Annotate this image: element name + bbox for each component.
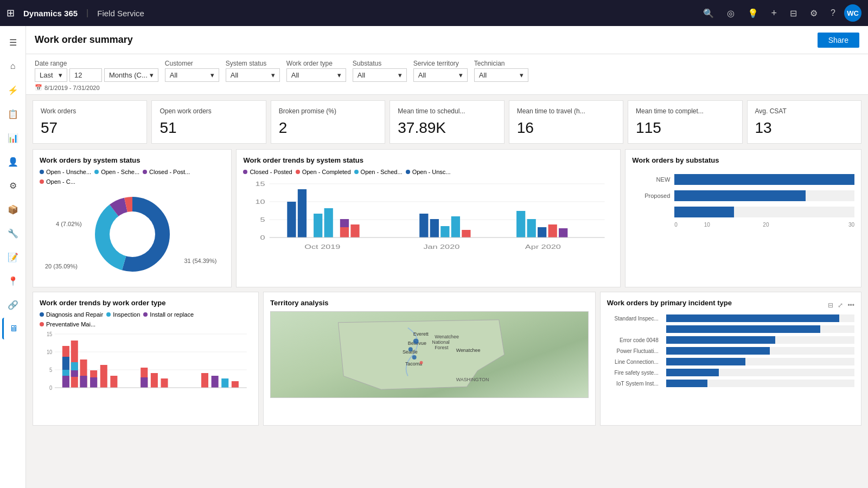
svg-rect-54 xyxy=(100,365,107,388)
svg-rect-18 xyxy=(340,219,349,227)
svg-rect-60 xyxy=(201,373,208,388)
kpi-value: 2 xyxy=(279,119,377,137)
svg-rect-14 xyxy=(298,189,307,237)
user-avatar[interactable]: WC xyxy=(844,4,861,22)
settings-icon[interactable]: ⚙ xyxy=(810,8,818,18)
more-action-icon[interactable]: ••• xyxy=(847,301,854,309)
kpi-card-4: Mean time to travel (h... 16 xyxy=(509,100,623,144)
kpi-label: Mean time to schedul... xyxy=(398,107,496,115)
svg-text:WASHINGTON: WASHINGTON xyxy=(456,377,489,382)
kpi-value: 13 xyxy=(755,119,853,137)
sidebar-item-contacts[interactable]: 👤 xyxy=(2,151,24,172)
substatus-label: Substatus xyxy=(353,60,407,67)
sidebar-item-workorders[interactable]: 📋 xyxy=(2,103,24,125)
add-icon[interactable]: + xyxy=(771,8,777,19)
svg-text:Jan 2020: Jan 2020 xyxy=(424,244,460,250)
substatus-bar-proposed: Proposed xyxy=(632,190,854,201)
filter-action-icon[interactable]: ⊟ xyxy=(828,301,833,309)
svg-rect-53 xyxy=(90,377,97,388)
svg-text:5: 5 xyxy=(49,367,52,373)
kpi-label: Mean time to complet... xyxy=(636,107,734,115)
kpi-value: 51 xyxy=(159,119,258,137)
svg-rect-44 xyxy=(62,376,69,388)
system-status-select[interactable]: All▾ xyxy=(226,68,280,82)
technician-select[interactable]: All▾ xyxy=(474,68,528,82)
sidebar-item-activities[interactable]: ⚡ xyxy=(2,79,24,101)
customer-select[interactable]: All▾ xyxy=(165,68,219,82)
date-range-preset-select[interactable]: Last ▾ xyxy=(35,68,67,82)
svg-rect-59 xyxy=(161,378,168,388)
kpi-value: 115 xyxy=(636,119,734,137)
svg-rect-30 xyxy=(548,224,557,237)
nav-divider: | xyxy=(86,8,88,18)
substatus-chart-card: Work orders by substatus NEW Proposed xyxy=(625,149,861,287)
apps-icon[interactable]: ⊞ xyxy=(7,7,15,19)
kpi-label: Open work orders xyxy=(159,107,258,115)
sidebar-item-active[interactable]: 🖥 xyxy=(2,318,24,339)
sidebar-item-inventory[interactable]: 📦 xyxy=(2,198,24,220)
svg-text:0: 0 xyxy=(49,385,52,391)
kpi-label: Broken promise (%) xyxy=(279,107,377,115)
kpi-card-5: Mean time to complet... 115 xyxy=(628,100,742,144)
svg-rect-23 xyxy=(441,226,450,237)
svg-rect-22 xyxy=(430,219,439,237)
svg-point-76 xyxy=(412,355,417,359)
donut-chart-card: Work orders by system status Open - Unsc… xyxy=(33,149,232,287)
svg-text:Tacoma: Tacoma xyxy=(405,361,422,367)
help-icon[interactable]: ? xyxy=(831,8,835,18)
sidebar-item-settings[interactable]: ⚙ xyxy=(2,175,24,196)
service-territory-label: Service territory xyxy=(413,60,468,67)
filters-bar: Date range Last ▾ 12 Months (C... ▾ xyxy=(26,54,868,95)
svg-text:15: 15 xyxy=(256,181,265,187)
kpi-value: 16 xyxy=(517,119,615,137)
svg-rect-15 xyxy=(314,214,322,237)
kpi-cards-row: Work orders 57 Open work orders 51 Broke… xyxy=(26,95,868,149)
incident-chart-actions: ⊟ ⤢ ••• xyxy=(828,301,854,309)
filter-icon[interactable]: ⊟ xyxy=(790,8,797,18)
svg-text:Forest: Forest xyxy=(435,345,449,350)
svg-text:Apr 2020: Apr 2020 xyxy=(525,244,561,250)
substatus-select[interactable]: All▾ xyxy=(353,68,407,82)
sidebar-item-location[interactable]: 📍 xyxy=(2,270,24,292)
svg-text:15: 15 xyxy=(47,331,52,337)
sidebar-item-home[interactable]: ⌂ xyxy=(2,55,24,77)
svg-rect-48 xyxy=(71,370,78,377)
svg-rect-45 xyxy=(62,370,69,376)
expand-action-icon[interactable]: ⤢ xyxy=(838,301,843,309)
svg-rect-13 xyxy=(288,202,296,237)
sidebar-item-resources[interactable]: 🔧 xyxy=(2,222,24,244)
svg-rect-28 xyxy=(527,219,536,237)
svg-point-74 xyxy=(413,338,419,344)
incident-chart-header: Work orders by primary incident type ⊟ ⤢… xyxy=(607,299,854,311)
bulb-icon[interactable]: 💡 xyxy=(748,8,758,18)
incident-bar-2: Error code 0048 xyxy=(607,336,854,344)
svg-rect-57 xyxy=(141,377,148,388)
substatus-bar-3 xyxy=(632,207,854,217)
sidebar-item-dashboard[interactable]: 📊 xyxy=(2,127,24,149)
svg-text:Wenatchee: Wenatchee xyxy=(435,334,459,339)
trend-chart-card: Work order trends by system status Close… xyxy=(236,149,621,287)
main-content: Work order summary Share Date range Last… xyxy=(26,26,868,488)
customer-label: Customer xyxy=(165,60,219,67)
header-bar: Work order summary Share xyxy=(26,26,868,54)
service-territory-select[interactable]: All▾ xyxy=(413,68,468,82)
work-order-type-select[interactable]: All▾ xyxy=(286,68,346,82)
svg-rect-51 xyxy=(80,376,87,388)
date-range-display: 📅 8/1/2019 - 7/31/2020 xyxy=(35,84,859,91)
incident-bar-5: Fire safety syste... xyxy=(607,369,854,376)
customer-filter: Customer All▾ xyxy=(165,60,219,82)
sidebar-item-menu[interactable]: ☰ xyxy=(2,31,24,53)
sidebar-item-reports[interactable]: 📝 xyxy=(2,246,24,268)
date-range-num-select[interactable]: 12 xyxy=(69,68,102,82)
target-icon[interactable]: ◎ xyxy=(727,8,735,18)
kpi-label: Mean time to travel (h... xyxy=(517,107,615,115)
work-order-type-chart-card: Work order trends by work order type Dia… xyxy=(33,292,259,426)
sidebar-item-integrations[interactable]: 🔗 xyxy=(2,294,24,316)
incident-bar-4: Line Connection... xyxy=(607,358,854,365)
incident-bar-6: IoT System Inst... xyxy=(607,380,854,387)
date-range-unit-select[interactable]: Months (C... ▾ xyxy=(104,68,158,82)
service-territory-filter: Service territory All▾ xyxy=(413,60,468,82)
svg-rect-46 xyxy=(62,357,69,370)
search-icon[interactable]: 🔍 xyxy=(703,8,714,18)
share-button[interactable]: Share xyxy=(818,33,859,48)
